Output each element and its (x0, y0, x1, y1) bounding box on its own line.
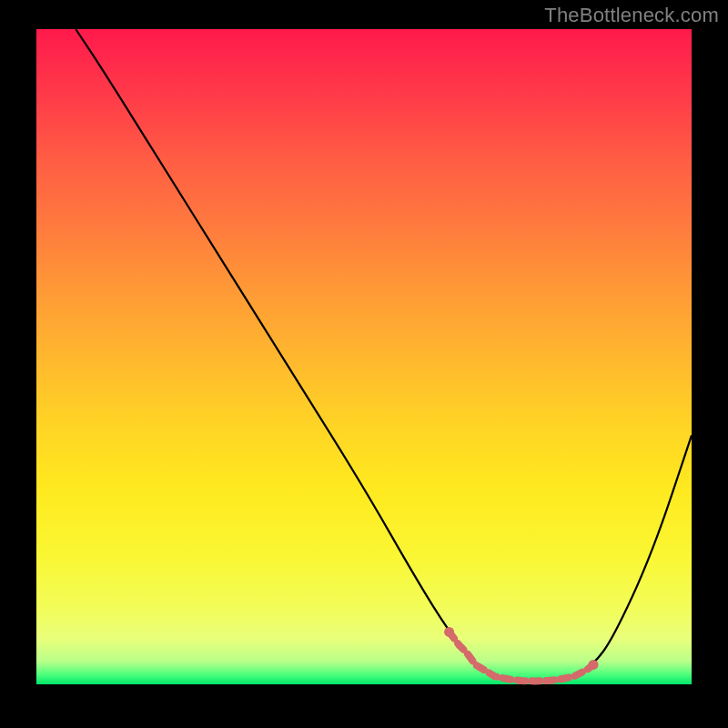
valley-endpoint-dot (589, 660, 599, 670)
valley-highlight-dots (444, 627, 598, 682)
chart-stage: TheBottleneck.com (0, 0, 728, 728)
bottleneck-curve (76, 29, 692, 681)
valley-endpoint-dot (444, 627, 454, 637)
watermark-text: TheBottleneck.com (544, 4, 719, 27)
valley-highlight-path (450, 632, 593, 681)
curve-layer (36, 29, 692, 684)
plot-wrap (36, 29, 692, 692)
